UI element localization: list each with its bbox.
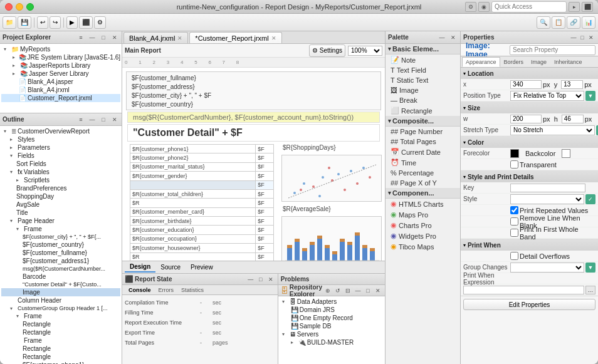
- rs-close-btn[interactable]: ✕: [266, 275, 275, 284]
- repo-min-btn[interactable]: —: [354, 286, 362, 295]
- repo-item-adapters[interactable]: ▾ 🗄 Data Adapters: [280, 298, 384, 306]
- palette-item-pagexy[interactable]: ## Page X of Y: [386, 178, 460, 188]
- transparent-checkbox[interactable]: [510, 160, 518, 169]
- location-y-input[interactable]: [561, 80, 583, 89]
- size-h-input[interactable]: [562, 115, 584, 123]
- position-type-btn[interactable]: ▼: [585, 91, 595, 101]
- edit-props-button[interactable]: Edit Properties: [463, 299, 595, 310]
- palette-item-maps[interactable]: ◉ Maps Pro: [386, 209, 460, 220]
- repo-btn-1[interactable]: ⊕: [323, 286, 332, 295]
- palette-close-btn[interactable]: ✕: [449, 33, 458, 42]
- outline-item-pageheader[interactable]: ▾ Page Header: [1, 217, 120, 225]
- outline-item-frame3[interactable]: Frame: [1, 336, 120, 345]
- style-select[interactable]: [510, 194, 584, 204]
- palette-item-break[interactable]: — Break: [386, 95, 460, 105]
- print-first-checkbox[interactable]: [510, 229, 518, 237]
- tab-blank-a4[interactable]: Blank_A4.jrxml ✕: [123, 32, 188, 43]
- minimize-button[interactable]: [16, 3, 23, 11]
- toolbar-btn-6[interactable]: ⬛: [79, 16, 93, 29]
- outline-item-params[interactable]: ▸ Parameters: [1, 143, 120, 152]
- outline-item-phone1[interactable]: $F{customer_phone1}: [1, 361, 120, 364]
- pe-close-btn[interactable]: ✕: [110, 33, 119, 42]
- toolbar-icon-2[interactable]: ◉: [478, 2, 490, 12]
- print-when-expr-btn[interactable]: …: [585, 286, 595, 294]
- repo-item-domain[interactable]: 💾 Domain JRS: [280, 306, 384, 314]
- palette-min-btn[interactable]: —: [438, 33, 446, 42]
- prop-tab-appearance[interactable]: Appearance: [462, 57, 500, 67]
- prop-close-btn[interactable]: ✕: [587, 33, 595, 42]
- palette-item-rectangle[interactable]: ⬜ Rectangle: [386, 105, 460, 116]
- palette-item-currentdate[interactable]: 📅 Current Date: [386, 147, 460, 157]
- rs-min-btn[interactable]: —: [246, 275, 255, 284]
- toolbar-icon-3[interactable]: ▸: [569, 2, 580, 12]
- outline-item-groupheader[interactable]: ▾ CustomerGroup Group Header 1 [...: [1, 304, 120, 312]
- outline-item-barcode[interactable]: Barcode: [1, 273, 120, 281]
- outline-item-title[interactable]: Title: [1, 209, 120, 217]
- outline-item-custdetail[interactable]: "Customer Detail" + $F{Custo...: [1, 281, 120, 288]
- tree-item-blank-jasper[interactable]: 📄 Blank_A4.jasper: [1, 78, 120, 86]
- outline-item-city[interactable]: $F{customer_city} + ", " + $F{...: [1, 233, 120, 241]
- toolbar-btn-11[interactable]: 📊: [582, 16, 595, 29]
- repo-btn-2[interactable]: ↺: [333, 286, 342, 295]
- backcolor-swatch[interactable]: [562, 149, 570, 158]
- location-x-input[interactable]: [510, 80, 542, 89]
- subtab-errors[interactable]: Errors: [155, 286, 178, 294]
- palette-item-widgets[interactable]: ◉ Widgets Pro: [386, 231, 460, 241]
- palette-item-textfield[interactable]: T Text Field: [386, 65, 460, 75]
- outline-item-rect3[interactable]: Rectangle: [1, 345, 120, 353]
- key-input[interactable]: [510, 184, 585, 192]
- location-header[interactable]: ▾ Location: [461, 68, 598, 79]
- palette-section-basic[interactable]: ▾ Basic Eleme...: [386, 44, 460, 55]
- tab-customer-report[interactable]: *Customer_Report.jrxml ✕: [189, 32, 281, 43]
- tab-blank-a4-close[interactable]: ✕: [177, 35, 182, 41]
- palette-item-percentage[interactable]: % Percentage: [386, 168, 460, 178]
- prop-search-input[interactable]: [510, 45, 595, 55]
- size-w-input[interactable]: [510, 115, 542, 123]
- palette-item-totalpages[interactable]: ## Total Pages: [386, 137, 460, 147]
- close-button[interactable]: [5, 3, 13, 11]
- outline-item-country[interactable]: $F{customer_country}: [1, 241, 120, 249]
- print-when-expr-input[interactable]: [463, 286, 584, 294]
- repo-item-sample[interactable]: 💾 Sample DB: [280, 322, 384, 330]
- toolbar-btn-10[interactable]: 🔗: [567, 16, 580, 29]
- repo-item-servers[interactable]: ▾ 🖥 Servers: [280, 330, 384, 338]
- tree-item-customer-report[interactable]: 📄 Customer_Report.jrxml: [1, 94, 120, 102]
- print-repeated-checkbox[interactable]: [510, 206, 518, 214]
- toolbar-btn-7[interactable]: ⚙: [94, 16, 106, 29]
- pe-max-btn[interactable]: □: [99, 33, 108, 42]
- prop-min-btn[interactable]: —: [569, 33, 578, 42]
- palette-item-time[interactable]: ⏰ Time: [386, 157, 460, 168]
- color-header[interactable]: ▾ Color: [461, 137, 598, 148]
- repo-btn-3[interactable]: ⊟: [344, 286, 352, 295]
- tree-item-blank-jrxml[interactable]: 📄 Blank_A4.jrxml: [1, 86, 120, 94]
- outline-item-colheader[interactable]: Column Header: [1, 296, 120, 304]
- prop-max-btn[interactable]: □: [578, 33, 587, 42]
- group-changes-select[interactable]: [510, 263, 584, 273]
- outline-min-btn[interactable]: —: [88, 115, 97, 124]
- outline-item-fullname[interactable]: $F{customer_fullname}: [1, 249, 120, 257]
- outline-item-sort[interactable]: Sort Fields: [1, 160, 120, 168]
- pe-min-btn[interactable]: —: [88, 33, 97, 42]
- repo-item-build[interactable]: ▸ 🔌 BUILD-MASTER: [280, 338, 384, 346]
- detail-overflows-checkbox[interactable]: [510, 252, 518, 260]
- design-tab-source[interactable]: Source: [155, 263, 186, 272]
- toolbar-icon-1[interactable]: ⚙: [465, 2, 476, 12]
- subtab-statistics[interactable]: Statistics: [177, 286, 207, 294]
- size-header[interactable]: ▾ Size: [461, 102, 598, 113]
- outline-item-rect1[interactable]: Rectangle: [1, 320, 120, 328]
- outline-item-vars[interactable]: ▾ fx Variables: [1, 168, 120, 176]
- outline-item-rect2[interactable]: Rectangle: [1, 328, 120, 336]
- palette-item-html5[interactable]: ◉ HTML5 Charts: [386, 199, 460, 209]
- remove-blank-checkbox[interactable]: [510, 217, 518, 226]
- tree-item-myreports[interactable]: ▾ 📁 MyReports: [1, 45, 120, 53]
- settings-btn[interactable]: ⚙ Settings: [309, 44, 345, 57]
- outline-item-frame[interactable]: ▾ Frame: [1, 225, 120, 233]
- zoom-select[interactable]: 100% 75% 150%: [348, 46, 382, 56]
- palette-item-tibco[interactable]: ◉ Tibco Maps: [386, 241, 460, 252]
- toolbar-icon-4[interactable]: ⬛: [582, 2, 593, 12]
- outline-item-fields[interactable]: ▾ Fields: [1, 152, 120, 160]
- outline-item-rect4[interactable]: Rectangle: [1, 353, 120, 361]
- toolbar-btn-2[interactable]: 💾: [18, 16, 31, 29]
- toolbar-btn-5[interactable]: ▶: [66, 16, 78, 29]
- tree-item-jasper-server[interactable]: ▸ 📚 Jasper Server Library: [1, 70, 120, 78]
